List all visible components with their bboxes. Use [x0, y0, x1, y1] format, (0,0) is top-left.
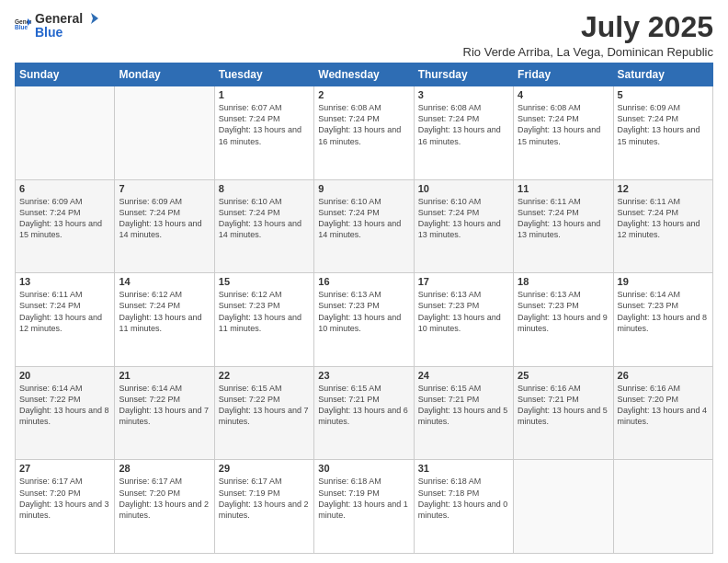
day-number: 20	[19, 370, 110, 381]
day-number: 7	[119, 183, 210, 194]
calendar-cell	[16, 86, 115, 180]
day-info: Sunrise: 6:13 AM Sunset: 7:23 PM Dayligh…	[518, 289, 609, 334]
calendar-cell: 9Sunrise: 6:10 AM Sunset: 7:24 PM Daylig…	[314, 179, 414, 273]
day-number: 19	[618, 276, 709, 287]
calendar-cell: 11Sunrise: 6:11 AM Sunset: 7:24 PM Dayli…	[514, 179, 613, 273]
calendar-cell: 20Sunrise: 6:14 AM Sunset: 7:22 PM Dayli…	[16, 366, 115, 460]
day-info: Sunrise: 6:17 AM Sunset: 7:20 PM Dayligh…	[19, 476, 110, 521]
calendar-cell: 2Sunrise: 6:08 AM Sunset: 7:24 PM Daylig…	[314, 86, 414, 180]
day-info: Sunrise: 6:08 AM Sunset: 7:24 PM Dayligh…	[518, 102, 609, 147]
main-title: July 2025	[463, 11, 713, 43]
calendar-cell: 7Sunrise: 6:09 AM Sunset: 7:24 PM Daylig…	[115, 179, 214, 273]
calendar-cell: 27Sunrise: 6:17 AM Sunset: 7:20 PM Dayli…	[16, 460, 115, 554]
title-block: July 2025 Rio Verde Arriba, La Vega, Dom…	[463, 11, 713, 59]
logo-icon: General Blue	[15, 17, 31, 33]
day-number: 1	[219, 89, 310, 100]
day-info: Sunrise: 6:14 AM Sunset: 7:23 PM Dayligh…	[618, 289, 709, 334]
day-number: 12	[618, 183, 709, 194]
day-info: Sunrise: 6:13 AM Sunset: 7:23 PM Dayligh…	[318, 289, 409, 334]
day-info: Sunrise: 6:16 AM Sunset: 7:20 PM Dayligh…	[618, 383, 709, 428]
calendar-cell: 6Sunrise: 6:09 AM Sunset: 7:24 PM Daylig…	[16, 179, 115, 273]
calendar-cell: 28Sunrise: 6:17 AM Sunset: 7:20 PM Dayli…	[115, 460, 214, 554]
calendar-cell	[514, 460, 613, 554]
calendar-cell: 13Sunrise: 6:11 AM Sunset: 7:24 PM Dayli…	[16, 273, 115, 367]
calendar-cell: 14Sunrise: 6:12 AM Sunset: 7:24 PM Dayli…	[115, 273, 214, 367]
day-number: 11	[518, 183, 609, 194]
day-number: 21	[119, 370, 210, 381]
day-number: 29	[219, 463, 310, 474]
subtitle: Rio Verde Arriba, La Vega, Dominican Rep…	[463, 45, 713, 59]
weekday-header-thursday: Thursday	[414, 63, 513, 86]
logo-bird-icon	[84, 11, 98, 26]
day-number: 6	[19, 183, 110, 194]
header: General Blue General Blue July 2025 Rio …	[15, 11, 713, 59]
day-info: Sunrise: 6:17 AM Sunset: 7:19 PM Dayligh…	[219, 476, 310, 521]
calendar-cell: 21Sunrise: 6:14 AM Sunset: 7:22 PM Dayli…	[115, 366, 214, 460]
weekday-header-sunday: Sunday	[16, 63, 115, 86]
calendar-cell: 25Sunrise: 6:16 AM Sunset: 7:21 PM Dayli…	[514, 366, 613, 460]
weekday-header-monday: Monday	[115, 63, 214, 86]
day-info: Sunrise: 6:14 AM Sunset: 7:22 PM Dayligh…	[19, 383, 110, 428]
svg-marker-3	[91, 13, 98, 24]
calendar-week-2: 6Sunrise: 6:09 AM Sunset: 7:24 PM Daylig…	[16, 179, 713, 273]
day-number: 30	[318, 463, 409, 474]
day-number: 4	[518, 89, 609, 100]
day-info: Sunrise: 6:11 AM Sunset: 7:24 PM Dayligh…	[518, 196, 609, 241]
calendar-cell: 3Sunrise: 6:08 AM Sunset: 7:24 PM Daylig…	[414, 86, 513, 180]
day-number: 17	[418, 276, 509, 287]
calendar-cell: 31Sunrise: 6:18 AM Sunset: 7:18 PM Dayli…	[414, 460, 513, 554]
day-info: Sunrise: 6:11 AM Sunset: 7:24 PM Dayligh…	[19, 289, 110, 334]
day-info: Sunrise: 6:12 AM Sunset: 7:23 PM Dayligh…	[219, 289, 310, 334]
weekday-header-tuesday: Tuesday	[214, 63, 313, 86]
calendar-cell	[115, 86, 214, 180]
calendar-cell: 23Sunrise: 6:15 AM Sunset: 7:21 PM Dayli…	[314, 366, 414, 460]
calendar-cell: 26Sunrise: 6:16 AM Sunset: 7:20 PM Dayli…	[613, 366, 712, 460]
day-info: Sunrise: 6:18 AM Sunset: 7:18 PM Dayligh…	[418, 476, 509, 521]
calendar-table: SundayMondayTuesdayWednesdayThursdayFrid…	[15, 63, 713, 554]
day-number: 28	[119, 463, 210, 474]
calendar-cell: 24Sunrise: 6:15 AM Sunset: 7:21 PM Dayli…	[414, 366, 513, 460]
calendar-week-4: 20Sunrise: 6:14 AM Sunset: 7:22 PM Dayli…	[16, 366, 713, 460]
logo-blue: Blue	[35, 26, 99, 39]
day-number: 15	[219, 276, 310, 287]
day-info: Sunrise: 6:15 AM Sunset: 7:21 PM Dayligh…	[318, 383, 409, 428]
day-info: Sunrise: 6:09 AM Sunset: 7:24 PM Dayligh…	[19, 196, 110, 241]
calendar-cell: 5Sunrise: 6:09 AM Sunset: 7:24 PM Daylig…	[613, 86, 712, 180]
day-info: Sunrise: 6:15 AM Sunset: 7:21 PM Dayligh…	[418, 383, 509, 428]
day-info: Sunrise: 6:12 AM Sunset: 7:24 PM Dayligh…	[119, 289, 210, 334]
day-number: 16	[318, 276, 409, 287]
day-number: 27	[19, 463, 110, 474]
page: General Blue General Blue July 2025 Rio …	[0, 0, 728, 563]
calendar-cell	[613, 460, 712, 554]
day-number: 5	[618, 89, 709, 100]
calendar-week-5: 27Sunrise: 6:17 AM Sunset: 7:20 PM Dayli…	[16, 460, 713, 554]
day-info: Sunrise: 6:08 AM Sunset: 7:24 PM Dayligh…	[418, 102, 509, 147]
day-number: 31	[418, 463, 509, 474]
day-number: 9	[318, 183, 409, 194]
weekday-header-row: SundayMondayTuesdayWednesdayThursdayFrid…	[16, 63, 713, 86]
logo-general: General	[35, 11, 83, 26]
calendar-cell: 8Sunrise: 6:10 AM Sunset: 7:24 PM Daylig…	[214, 179, 313, 273]
calendar-body: 1Sunrise: 6:07 AM Sunset: 7:24 PM Daylig…	[16, 86, 713, 554]
day-number: 22	[219, 370, 310, 381]
day-info: Sunrise: 6:07 AM Sunset: 7:24 PM Dayligh…	[219, 102, 310, 147]
calendar-cell: 1Sunrise: 6:07 AM Sunset: 7:24 PM Daylig…	[214, 86, 313, 180]
day-number: 26	[618, 370, 709, 381]
day-info: Sunrise: 6:14 AM Sunset: 7:22 PM Dayligh…	[119, 383, 210, 428]
calendar-cell: 29Sunrise: 6:17 AM Sunset: 7:19 PM Dayli…	[214, 460, 313, 554]
day-info: Sunrise: 6:13 AM Sunset: 7:23 PM Dayligh…	[418, 289, 509, 334]
logo-wordmark: General Blue	[35, 11, 99, 39]
calendar-cell: 19Sunrise: 6:14 AM Sunset: 7:23 PM Dayli…	[613, 273, 712, 367]
calendar-cell: 15Sunrise: 6:12 AM Sunset: 7:23 PM Dayli…	[214, 273, 313, 367]
calendar-cell: 10Sunrise: 6:10 AM Sunset: 7:24 PM Dayli…	[414, 179, 513, 273]
day-number: 8	[219, 183, 310, 194]
calendar-week-1: 1Sunrise: 6:07 AM Sunset: 7:24 PM Daylig…	[16, 86, 713, 180]
day-number: 3	[418, 89, 509, 100]
day-number: 24	[418, 370, 509, 381]
calendar-week-3: 13Sunrise: 6:11 AM Sunset: 7:24 PM Dayli…	[16, 273, 713, 367]
day-number: 10	[418, 183, 509, 194]
day-info: Sunrise: 6:08 AM Sunset: 7:24 PM Dayligh…	[318, 102, 409, 147]
day-number: 13	[19, 276, 110, 287]
day-info: Sunrise: 6:15 AM Sunset: 7:22 PM Dayligh…	[219, 383, 310, 428]
day-info: Sunrise: 6:09 AM Sunset: 7:24 PM Dayligh…	[618, 102, 709, 147]
